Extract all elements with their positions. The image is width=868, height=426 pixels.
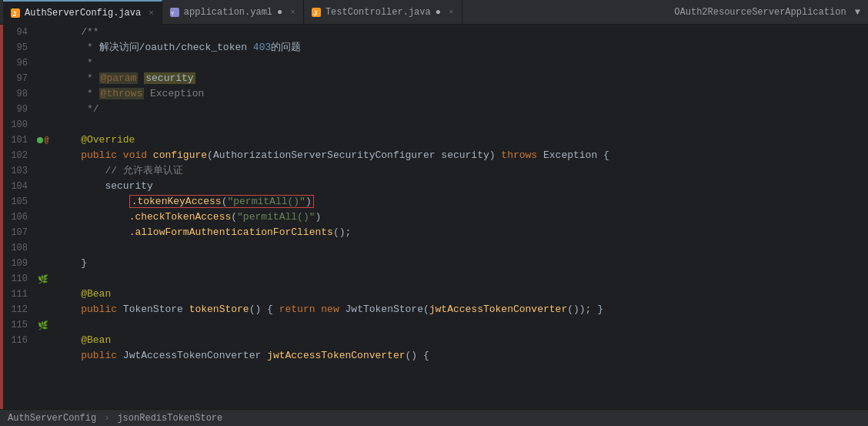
line-num-100: 100 — [3, 117, 31, 132]
line-gutter: 94 95 96 97 98 99 100 101 102 103 104 10… — [3, 25, 35, 409]
code-text: } — [57, 256, 87, 271]
line-num-97: 97 — [3, 71, 31, 86]
line-num-102: 102 — [3, 148, 31, 163]
gutter-cell-106 — [35, 210, 51, 225]
code-line-99: */ — [57, 102, 868, 117]
code-text: * — [57, 55, 93, 71]
code-line-97: * @param security — [57, 71, 868, 86]
tab-auth-server-config[interactable]: J AuthServerConfig.java × — [3, 0, 162, 25]
tab-modified-dot: ● — [277, 7, 282, 18]
line-num-109: 109 — [3, 256, 31, 271]
code-text: /** — [57, 25, 99, 40]
code-text: security — [57, 179, 153, 194]
breadcrumb-item-1[interactable]: AuthServerConfig — [8, 413, 96, 424]
code-line-104: .tokenKeyAccess("permitAll()") — [57, 194, 868, 210]
code-line-94: /** — [57, 25, 868, 40]
breadcrumb-separator: › — [104, 413, 109, 424]
breadcrumb-item-2[interactable]: jsonRedisTokenStore — [117, 413, 222, 424]
line-num-101: 101 — [3, 132, 31, 148]
code-text: .allowFormAuthenticationForClients(); — [57, 225, 351, 240]
code-text: * @throws Exception — [57, 86, 204, 102]
line-num-95: 95 — [3, 40, 31, 55]
code-line-105: .checkTokenAccess("permitAll()") — [57, 210, 868, 225]
line-num-111: 111▼ — [3, 287, 31, 302]
line-num-108: 108▼ — [3, 240, 31, 256]
java-icon: J — [11, 8, 20, 18]
code-line-103: security — [57, 179, 868, 194]
gutter-cell-115: 🌿 — [35, 317, 51, 333]
code-line-102: // 允许表单认证 — [57, 163, 868, 179]
line-num-112: 112 — [3, 302, 31, 317]
gutter-cell-94 — [35, 25, 51, 40]
tab-test-controller[interactable]: J TestController.java ● × — [304, 0, 462, 25]
tab-application-yaml[interactable]: Y application.yaml ● × — [162, 0, 304, 25]
line-num-104: 104 — [3, 179, 31, 194]
code-line-107 — [57, 240, 868, 256]
code-text: */ — [57, 102, 99, 117]
tab-label: application.yaml — [184, 7, 272, 18]
line-num-115: 115 — [3, 317, 31, 333]
code-line-98: * @throws Exception — [57, 86, 868, 102]
tab-modified-dot2: ● — [436, 7, 441, 18]
code-line-112 — [57, 317, 868, 333]
code-text: * 解决访问/oauth/check_token 403的问题 — [57, 40, 301, 55]
line-num-106: 106 — [3, 210, 31, 225]
code-line-115: @Bean — [57, 333, 868, 348]
at-marker: @ — [44, 136, 48, 145]
code-text: .checkTokenAccess("permitAll()") — [57, 210, 321, 225]
gutter-cell-105 — [35, 194, 51, 210]
leaf-icon-2: 🌿 — [38, 320, 48, 330]
line-num-99: 99 — [3, 102, 31, 117]
gutter-cell-95 — [35, 40, 51, 55]
gutter-cell-102 — [35, 148, 51, 163]
tab-close[interactable]: × — [449, 8, 454, 17]
line-num-94: 94 — [3, 25, 31, 40]
code-line-116: public JwtAccessTokenConverter jwtAccess… — [57, 348, 868, 364]
gutter-cell-107 — [35, 225, 51, 240]
java-icon-2: J — [312, 8, 321, 17]
gutter-cell-111 — [35, 287, 51, 302]
tab-bar: J AuthServerConfig.java × Y application.… — [0, 0, 868, 25]
editor-area: 94 95 96 97 98 99 100 101 102 103 104 10… — [0, 25, 868, 409]
code-text: .tokenKeyAccess("permitAll()") — [57, 194, 314, 210]
gutter-cell-108 — [35, 240, 51, 256]
code-line-108: } — [57, 256, 868, 271]
code-line-95: * 解决访问/oauth/check_token 403的问题 — [57, 40, 868, 55]
gutter-cell-116 — [35, 333, 51, 348]
gutter-cell-100 — [35, 117, 51, 132]
code-text: @Bean — [57, 287, 111, 302]
gutter-cell-103 — [35, 163, 51, 179]
tab-close[interactable]: × — [290, 8, 295, 17]
gutter-cell-104 — [35, 179, 51, 194]
code-text: public JwtAccessTokenConverter jwtAccess… — [57, 348, 429, 364]
tab-label: TestController.java — [326, 7, 431, 18]
yaml-icon: Y — [170, 8, 179, 17]
code-line-106: .allowFormAuthenticationForClients(); — [57, 225, 868, 240]
gutter-cell-96 — [35, 55, 51, 71]
tab-close[interactable]: × — [149, 8, 154, 18]
line-num-116: 116▼ — [3, 333, 31, 348]
code-text: @Override — [57, 132, 135, 148]
code-line-method: public void configure(AuthorizationServe… — [57, 148, 868, 163]
leaf-icon-1: 🌿 — [38, 274, 48, 284]
gutter-cell-101: @ — [35, 132, 51, 148]
line-num-110: 110 — [3, 271, 31, 287]
breakpoint-circle[interactable] — [37, 137, 43, 143]
gutter-cell-97 — [35, 71, 51, 86]
code-line-111: public TokenStore tokenStore() { return … — [57, 302, 868, 317]
code-line-109 — [57, 271, 868, 287]
status-bar: AuthServerConfig › jsonRedisTokenStore — [0, 409, 868, 426]
line-num-96: 96 — [3, 55, 31, 71]
dropdown-arrow[interactable]: ▼ — [855, 7, 860, 18]
code-line-100 — [57, 117, 868, 132]
code-text: // 允许表单认证 — [57, 163, 183, 179]
line-num-105: 105 — [3, 194, 31, 210]
code-line-101: @Override — [57, 132, 868, 148]
gutter-cell-110: 🌿 — [35, 271, 51, 287]
svg-text:J: J — [12, 11, 16, 18]
line-num-103: 103 — [3, 163, 31, 179]
gutter-cell-112 — [35, 302, 51, 317]
code-line-110: @Bean — [57, 287, 868, 302]
top-right-label: OAuth2ResourceServerApplication ▼ — [674, 7, 868, 18]
code-content: /** * 解决访问/oauth/check_token 403的问题 * * … — [51, 25, 868, 409]
